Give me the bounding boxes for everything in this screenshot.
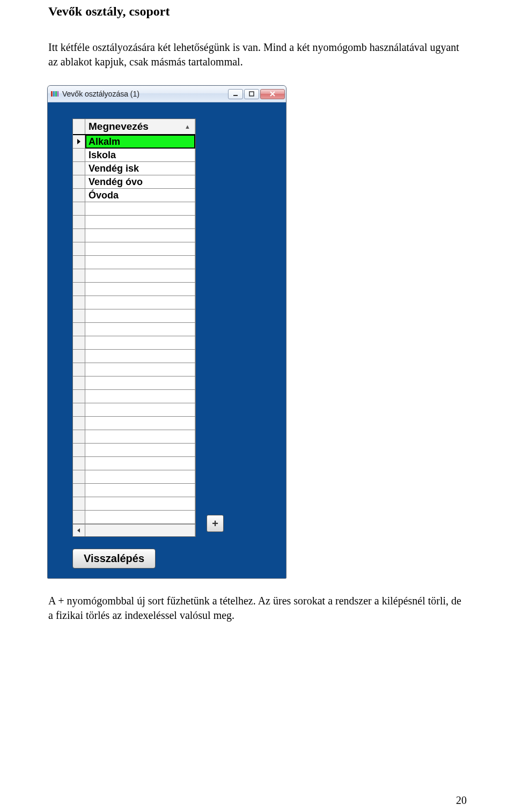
cell[interactable] [85, 417, 195, 430]
cell[interactable] [85, 497, 195, 510]
cell[interactable] [85, 283, 195, 296]
scroll-track[interactable] [85, 525, 195, 536]
svg-rect-5 [233, 95, 238, 96]
row-header [73, 336, 85, 349]
cell[interactable] [85, 269, 195, 282]
horizontal-scrollbar[interactable] [73, 524, 195, 536]
table-row[interactable] [73, 296, 195, 309]
column-header-label: Megnevezés [89, 121, 149, 132]
table-row[interactable] [73, 457, 195, 470]
back-button[interactable]: Visszalépés [72, 549, 156, 569]
page-number: 20 [456, 794, 467, 807]
table-row[interactable]: Iskola [73, 149, 195, 162]
cell[interactable]: Vendég isk [85, 162, 195, 175]
cell[interactable] [85, 350, 195, 363]
row-header [73, 323, 85, 336]
svg-rect-3 [55, 91, 57, 97]
row-header [73, 309, 85, 322]
column-header[interactable]: Megnevezés ▲ [85, 119, 195, 134]
cell[interactable]: Iskola [85, 149, 195, 161]
table-row[interactable] [73, 323, 195, 336]
row-header [73, 377, 85, 389]
cell[interactable] [85, 229, 195, 242]
row-header [73, 457, 85, 470]
table-row[interactable] [73, 229, 195, 242]
table-row[interactable] [73, 484, 195, 497]
table-row[interactable] [73, 202, 195, 216]
add-row-button[interactable]: + [207, 515, 224, 532]
cell[interactable] [85, 363, 195, 376]
cell[interactable] [85, 202, 195, 215]
cell[interactable]: Alkalm [85, 135, 195, 149]
cell[interactable] [85, 457, 195, 470]
table-row[interactable] [73, 444, 195, 457]
row-header [73, 242, 85, 255]
cell[interactable] [85, 323, 195, 336]
table-row[interactable] [73, 216, 195, 229]
table-row[interactable] [73, 390, 195, 403]
table-row[interactable]: Vendég isk [73, 162, 195, 175]
row-header [73, 444, 85, 456]
table-row[interactable] [73, 470, 195, 484]
scroll-left-arrow[interactable] [73, 525, 85, 536]
cell[interactable] [85, 377, 195, 389]
cell[interactable] [85, 484, 195, 497]
table-row[interactable] [73, 269, 195, 283]
table-row[interactable] [73, 309, 195, 323]
row-header [73, 175, 85, 188]
row-header [73, 283, 85, 296]
doc-heading: Vevők osztály, csoport [48, 4, 467, 19]
cell[interactable] [85, 296, 195, 309]
table-row[interactable] [73, 336, 195, 350]
row-header [73, 390, 85, 403]
grid-header[interactable]: Megnevezés ▲ [73, 119, 195, 135]
table-row[interactable] [73, 242, 195, 256]
row-header [73, 216, 85, 228]
table-row[interactable] [73, 256, 195, 269]
table-row[interactable] [73, 377, 195, 390]
cell[interactable] [85, 430, 195, 443]
cell[interactable] [85, 242, 195, 255]
cell[interactable] [85, 403, 195, 416]
row-header [73, 189, 85, 202]
table-row[interactable] [73, 350, 195, 363]
footer-paragraph: A + nyomógombbal új sort fűzhetünk a tét… [48, 594, 467, 623]
table-row[interactable] [73, 363, 195, 377]
minimize-button[interactable] [228, 89, 243, 99]
table-row[interactable]: Alkalm [73, 135, 195, 149]
sort-indicator-icon: ▲ [185, 123, 192, 130]
table-row[interactable]: Óvoda [73, 189, 195, 202]
table-row[interactable] [73, 283, 195, 296]
cell[interactable] [85, 444, 195, 456]
cell[interactable] [85, 256, 195, 269]
table-row[interactable] [73, 403, 195, 417]
table-row[interactable]: Vendég óvo [73, 175, 195, 189]
row-header [73, 403, 85, 416]
table-row[interactable] [73, 497, 195, 511]
maximize-button[interactable] [244, 89, 259, 99]
row-header [73, 162, 85, 175]
cell[interactable] [85, 216, 195, 228]
svg-rect-2 [53, 91, 55, 97]
data-grid[interactable]: Megnevezés ▲ AlkalmIskolaVendég iskVendé… [72, 119, 196, 537]
row-header [73, 296, 85, 309]
cell[interactable] [85, 309, 195, 322]
cell[interactable] [85, 511, 195, 523]
row-header [73, 497, 85, 510]
intro-paragraph: Itt kétféle osztályozására két lehetőség… [48, 40, 467, 69]
row-header [73, 269, 85, 282]
cell[interactable] [85, 390, 195, 403]
close-button[interactable] [260, 89, 285, 99]
row-header [73, 229, 85, 242]
svg-rect-1 [51, 91, 53, 97]
cell[interactable]: Óvoda [85, 189, 195, 202]
window-title: Vevők osztályozása (1) [62, 90, 228, 98]
cell[interactable]: Vendég óvo [85, 175, 195, 188]
cell[interactable] [85, 470, 195, 483]
window-titlebar[interactable]: Vevők osztályozása (1) [48, 86, 286, 102]
app-window: Vevők osztályozása (1) [47, 85, 286, 579]
cell[interactable] [85, 336, 195, 349]
table-row[interactable] [73, 511, 195, 524]
table-row[interactable] [73, 430, 195, 444]
table-row[interactable] [73, 417, 195, 430]
